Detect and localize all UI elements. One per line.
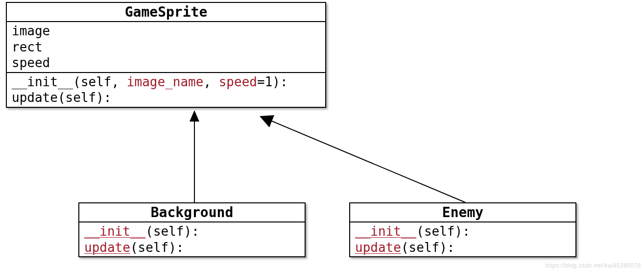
class-background-title: Background	[79, 203, 305, 222]
class-gamesprite-attributes: image rect speed	[7, 22, 325, 73]
method-enemy-init: __init__(self):	[355, 223, 571, 240]
method-gamesprite-init: __init__(self, image_name, speed=1):	[12, 74, 320, 90]
method-gamesprite-update: update(self):	[12, 90, 320, 106]
class-background: Background __init__(self): update(self):	[78, 202, 306, 257]
class-gamesprite-methods: __init__(self, image_name, speed=1): upd…	[7, 73, 325, 107]
class-enemy-methods: __init__(self): update(self):	[350, 222, 575, 256]
method-background-init: __init__(self):	[84, 223, 300, 240]
attr-image: image	[12, 23, 320, 39]
class-enemy-title: Enemy	[350, 203, 575, 222]
attr-speed: speed	[12, 55, 320, 71]
class-background-methods: __init__(self): update(self):	[79, 222, 305, 256]
method-enemy-update: update(self):	[355, 240, 571, 256]
arrow-enemy-head	[260, 115, 274, 127]
class-enemy: Enemy __init__(self): update(self):	[349, 202, 576, 257]
method-background-update: update(self):	[84, 240, 300, 256]
class-gamesprite: GameSprite image rect speed __init__(sel…	[6, 2, 326, 108]
class-gamesprite-title: GameSprite	[7, 3, 325, 22]
watermark: https://blog.csdn.net/kai46385076	[545, 262, 641, 269]
attr-rect: rect	[12, 39, 320, 55]
arrow-background-head	[190, 110, 199, 122]
arrow-enemy-line	[269, 120, 465, 202]
